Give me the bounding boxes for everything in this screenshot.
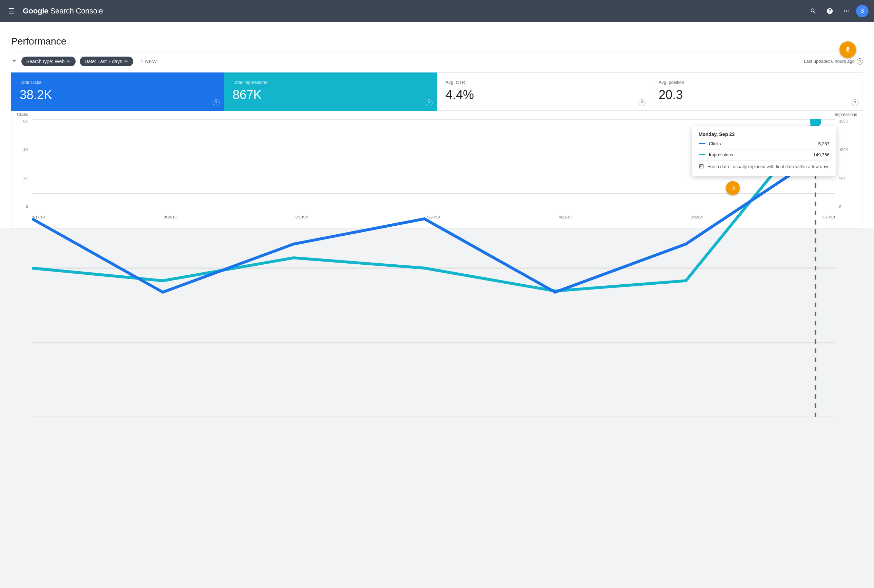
new-filter-button[interactable]: + NEW	[137, 56, 160, 67]
search-button[interactable]	[806, 4, 820, 18]
header-actions: S	[806, 4, 868, 18]
tooltip-clicks-label: Clicks	[709, 141, 815, 146]
impressions-label: Total impressions	[233, 80, 428, 85]
date-filter[interactable]: Date: Last 7 days ✏	[80, 57, 133, 66]
clicks-help-icon[interactable]: ?	[213, 99, 219, 106]
total-impressions-card[interactable]: Total impressions 867K ?	[224, 72, 437, 111]
position-help-icon[interactable]: ?	[851, 99, 859, 106]
ctr-help-icon[interactable]: ?	[638, 99, 646, 106]
navigate-forward-button[interactable]	[726, 181, 740, 195]
menu-icon[interactable]: ☰	[6, 4, 17, 18]
y-label-0: 0	[26, 205, 28, 209]
clicks-value: 38.2K	[20, 88, 215, 102]
y-label-2k: 2K	[24, 176, 28, 180]
avg-position-card[interactable]: Avg. position 20.3 ?	[650, 72, 863, 111]
tooltip-fresh-data: Fresh data - usually replaced with final…	[699, 163, 829, 171]
updated-help-icon[interactable]: ?	[857, 58, 863, 64]
y-label-0r: 0	[839, 205, 841, 209]
clicks-label: Total clicks	[20, 80, 215, 85]
ctr-value: 4.4%	[446, 88, 641, 102]
edit-icon: ✏	[67, 58, 71, 64]
apps-button[interactable]	[839, 4, 853, 18]
y-label-4k: 4K	[24, 148, 28, 152]
impressions-help-icon[interactable]: ?	[426, 99, 432, 106]
x-axis: 9/17/19 9/18/19 9/19/19 9/20/19 9/21/19 …	[32, 212, 835, 223]
y-label-6k: 6K	[24, 119, 28, 123]
app-title: Google Search Console	[23, 6, 103, 15]
chart-wrapper[interactable]: Clicks Impressions 6K 4K 2K 0 150K 100K …	[17, 119, 857, 223]
app-logo: Google Search Console	[23, 6, 103, 15]
tooltip-divider2	[699, 160, 829, 160]
help-button[interactable]	[823, 4, 837, 18]
y-axis-right-title: Impressions	[835, 112, 857, 117]
filter-bar: Search type: Web ✏ Date: Last 7 days ✏ +…	[11, 51, 863, 72]
clicks-legend-dot	[699, 143, 706, 144]
tooltip-impressions-value: 149,756	[813, 152, 829, 158]
main-content: Performance Search type: Web ✏ Date: Las…	[0, 22, 874, 228]
chart-tooltip: Monday, Sep 23 Clicks 5,257 Impressions …	[692, 126, 836, 176]
calendar-icon	[699, 164, 704, 171]
impressions-value: 867K	[233, 88, 428, 102]
y-axis-right: 150K 100K 50K 0	[836, 119, 857, 209]
app-header: ☰ Google Search Console S	[0, 0, 874, 22]
last-updated: Last updated 6 hours ago ?	[804, 58, 863, 64]
y-label-50k: 50K	[839, 176, 846, 180]
x-label-919: 9/19/19	[296, 215, 308, 219]
y-label-100k: 100K	[839, 148, 848, 152]
filter-icon[interactable]	[11, 57, 17, 65]
x-label-922: 9/22/19	[691, 215, 703, 219]
position-label: Avg. position	[659, 80, 854, 85]
y-axis-left-title: Clicks	[17, 112, 28, 117]
avg-ctr-card[interactable]: Avg. CTR 4.4% ?	[437, 72, 650, 111]
y-label-150k: 150K	[839, 119, 848, 123]
impressions-legend-dot	[699, 154, 706, 155]
page-title: Performance	[11, 30, 863, 51]
y-axis-left: 6K 4K 2K 0	[17, 119, 31, 209]
tooltip-clicks-value: 5,257	[818, 141, 829, 146]
tooltip-clicks-row: Clicks 5,257	[699, 141, 829, 146]
x-label-920: 9/20/19	[427, 215, 440, 219]
x-label-917: 9/17/19	[32, 215, 45, 219]
tooltip-title: Monday, Sep 23	[699, 132, 829, 137]
x-label-918: 9/18/19	[164, 215, 177, 219]
download-button[interactable]	[839, 41, 856, 58]
stats-row: Total clicks 38.2K ? Total impressions 8…	[11, 72, 863, 111]
x-label-921: 9/21/19	[559, 215, 572, 219]
clicks-line	[32, 158, 815, 292]
tooltip-impressions-label: Impressions	[709, 152, 810, 158]
edit-pencil-icon: ✏	[124, 58, 128, 64]
total-clicks-card[interactable]: Total clicks 38.2K ?	[11, 72, 224, 111]
x-label-923: 9/23/19	[822, 215, 835, 219]
search-type-filter[interactable]: Search type: Web ✏	[21, 57, 76, 66]
tooltip-fresh-text: Fresh data - usually replaced with final…	[707, 163, 829, 170]
tooltip-impressions-row: Impressions 149,756	[699, 152, 829, 158]
user-avatar[interactable]: S	[856, 5, 868, 17]
position-value: 20.3	[659, 88, 854, 102]
chart-container: Clicks Impressions 6K 4K 2K 0 150K 100K …	[11, 111, 863, 228]
ctr-label: Avg. CTR	[446, 80, 641, 85]
